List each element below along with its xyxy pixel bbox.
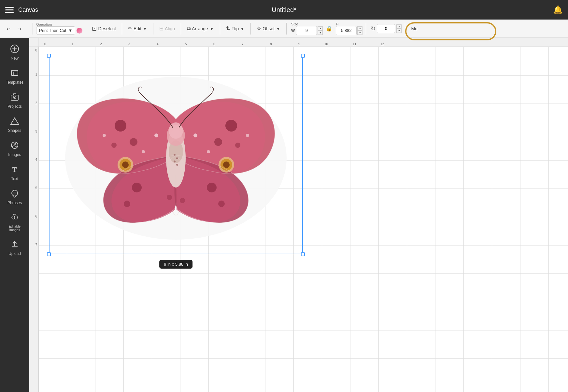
toolbar: ↩ ↪ Operation Print Then Cut ▼ ⊡ Deselec… <box>0 20 568 38</box>
more-button[interactable]: Mo <box>408 24 420 33</box>
offset-button[interactable]: ⚙ Offset ▼ <box>254 23 283 34</box>
svg-point-28 <box>142 150 145 153</box>
separator-7 <box>250 23 251 35</box>
size-w-down-button[interactable]: ▼ <box>318 31 323 35</box>
rotate-spinner: ▲ ▼ <box>396 24 402 33</box>
flip-button[interactable]: ⇅ Flip ▼ <box>223 23 247 34</box>
text-icon: T <box>10 165 19 175</box>
operation-value: Print Then Cut <box>39 28 66 33</box>
svg-point-29 <box>103 134 106 137</box>
edit-group: ✏ Edit ▼ <box>125 23 150 34</box>
canvas-area: 0 1 2 3 4 5 6 7 8 9 10 11 12 0 1 2 3 4 5 <box>29 38 568 392</box>
svg-rect-3 <box>11 70 18 76</box>
undo-redo-group: ↩ ↪ <box>4 24 24 33</box>
document-title: Untitled* <box>272 6 296 14</box>
undo-button[interactable]: ↩ <box>4 24 13 33</box>
deselect-button[interactable]: ⊡ Deselect <box>89 23 118 34</box>
svg-point-31 <box>214 138 222 146</box>
svg-point-52 <box>174 161 176 162</box>
sidebar-templates-label: Templates <box>6 80 24 85</box>
redo-button[interactable]: ↪ <box>15 24 24 33</box>
svg-point-6 <box>14 97 15 98</box>
align-button[interactable]: ⊟ Align <box>157 23 178 34</box>
moth-selection-container[interactable]: 9 in x 5.88 in <box>49 56 303 254</box>
lock-aspect-icon[interactable]: 🔒 <box>326 25 333 32</box>
svg-marker-7 <box>11 118 19 124</box>
svg-point-33 <box>193 133 197 137</box>
notification-bell-icon[interactable]: 🔔 <box>553 5 563 14</box>
size-w-up-button[interactable]: ▲ <box>318 26 323 31</box>
size-h-down-button[interactable]: ▼ <box>357 31 362 35</box>
new-icon <box>10 44 19 55</box>
sidebar-item-templates[interactable]: Templates <box>2 64 28 89</box>
sidebar-projects-label: Projects <box>7 104 21 109</box>
edit-label: Edit <box>134 26 141 31</box>
operation-dropdown[interactable]: Print Then Cut ▼ <box>36 26 75 35</box>
sidebar-images-label: Images <box>8 152 21 157</box>
sidebar-item-upload[interactable]: Upload <box>2 236 28 260</box>
sidebar-text-label: Text <box>11 176 18 181</box>
separator-1 <box>33 23 33 35</box>
align-label: Align <box>165 26 175 31</box>
svg-point-9 <box>14 143 16 145</box>
edit-chevron-icon: ▼ <box>143 26 147 31</box>
phrases-icon <box>10 189 19 199</box>
sidebar-item-shapes[interactable]: Shapes <box>2 113 28 137</box>
sidebar-item-projects[interactable]: Projects <box>2 89 28 113</box>
flip-label: Flip <box>232 26 239 31</box>
sidebar-item-editable-images[interactable]: Editable Images <box>2 209 28 236</box>
sidebar-item-new[interactable]: New <box>2 40 28 64</box>
rotate-up-button[interactable]: ▲ <box>396 24 402 29</box>
sidebar-phrases-label: Phrases <box>7 201 22 205</box>
svg-point-45 <box>218 201 225 207</box>
ruler-top: 0 1 2 3 4 5 6 7 8 9 10 11 12 <box>38 38 568 47</box>
menu-icon[interactable] <box>5 7 14 13</box>
arrange-label: Arrange <box>192 26 208 31</box>
deselect-group: ⊡ Deselect <box>89 23 118 34</box>
edit-button[interactable]: ✏ Edit ▼ <box>125 23 150 34</box>
ruler-left: 0 1 2 3 4 5 6 7 <box>29 47 38 392</box>
svg-point-53 <box>176 164 178 166</box>
rotate-group: ↻ ▲ ▼ <box>371 24 402 33</box>
arrange-icon: ⧉ <box>187 26 191 32</box>
top-bar: Canvas Untitled* 🔔 <box>0 0 568 20</box>
flip-icon: ⇅ <box>226 25 230 32</box>
projects-icon <box>10 92 19 103</box>
sidebar: New Templates Projects <box>0 38 29 392</box>
separator-6 <box>220 23 220 35</box>
sidebar-upload-label: Upload <box>8 251 21 256</box>
svg-point-32 <box>235 143 240 148</box>
sidebar-item-images[interactable]: Images <box>2 137 28 161</box>
sidebar-item-text[interactable]: T Text <box>2 161 28 185</box>
ruler-corner <box>29 38 38 47</box>
upload-icon <box>10 240 19 250</box>
editable-images-icon <box>10 213 19 223</box>
size-w-input[interactable] <box>296 26 317 35</box>
separator-3 <box>122 23 122 35</box>
svg-point-47 <box>180 198 185 203</box>
separator-4 <box>153 23 153 35</box>
separator-8 <box>286 23 287 35</box>
sidebar-new-label: New <box>11 56 19 61</box>
sidebar-shapes-label: Shapes <box>8 128 21 133</box>
size-h-up-button[interactable]: ▲ <box>357 26 362 31</box>
sidebar-item-phrases[interactable]: Phrases <box>2 185 28 209</box>
dimension-tooltip: 9 in x 5.88 in <box>159 260 192 269</box>
svg-point-43 <box>124 201 130 207</box>
svg-point-35 <box>246 134 249 137</box>
size-width-field: W ▲ ▼ <box>291 26 323 35</box>
rotate-input[interactable] <box>377 24 395 33</box>
size-w-spinner: ▲ ▼ <box>318 26 323 35</box>
size-h-input[interactable] <box>336 26 357 35</box>
align-group: ⊟ Align <box>157 23 178 34</box>
sidebar-editable-images-label: Editable Images <box>4 225 25 232</box>
operation-chevron-icon: ▼ <box>68 28 73 33</box>
size-h-spinner: ▲ ▼ <box>357 26 362 35</box>
svg-point-41 <box>223 161 230 168</box>
operation-group: Operation Print Then Cut ▼ <box>36 22 82 35</box>
deselect-label: Deselect <box>98 26 116 31</box>
arrange-button[interactable]: ⧉ Arrange ▼ <box>184 24 217 34</box>
rotate-down-button[interactable]: ▼ <box>396 29 402 33</box>
align-icon: ⊟ <box>159 25 163 32</box>
operation-select: Print Then Cut ▼ <box>36 26 82 35</box>
